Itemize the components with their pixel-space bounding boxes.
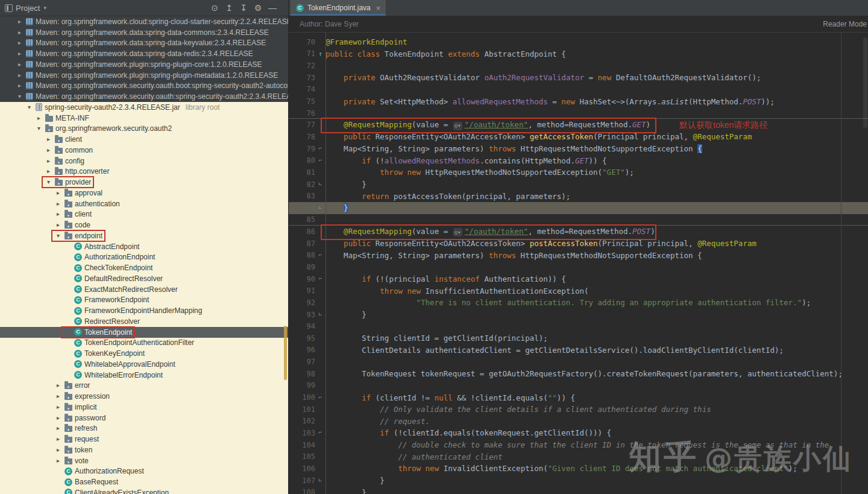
tree-item-common[interactable]: ▸common: [0, 145, 288, 156]
locate-file-icon[interactable]: ⊙: [207, 3, 222, 13]
tree-item-approval[interactable]: ▸approval: [0, 188, 288, 198]
fold-end-icon[interactable]: ∟: [315, 478, 326, 483]
code-line-82[interactable]: 82∟ }: [289, 179, 868, 191]
code-line-75[interactable]: 75 private Set<HttpMethod> allowedReques…: [289, 95, 868, 107]
tree-item-authentication[interactable]: ▸authentication: [0, 198, 288, 209]
chevron-right-icon[interactable]: ▸: [16, 19, 24, 25]
collapsed-javadoc-author[interactable]: Author: Dave Syer: [300, 20, 359, 28]
tree-item-org-springframework-security-oauth2[interactable]: ▾org.springframework.security.oauth2: [0, 124, 288, 135]
chevron-right-icon[interactable]: ▸: [45, 168, 52, 174]
code-line-107[interactable]: 107∟ }: [289, 475, 868, 487]
code-line-80[interactable]: 80⌐ if (!allowedRequestMethods.contains(…: [289, 154, 868, 166]
chevron-down-icon[interactable]: ▾: [35, 125, 43, 131]
tree-item-client[interactable]: ▸client: [0, 134, 288, 145]
chevron-right-icon[interactable]: ▸: [45, 158, 52, 164]
code-line-77[interactable]: 77 @RequestMapping(value = ◎▾"/oauth/tok…: [289, 119, 868, 131]
code-line-79[interactable]: 79⌐ Map<String, String> parameters) thro…: [289, 143, 868, 155]
close-icon[interactable]: ×: [376, 4, 381, 12]
chevron-down-icon[interactable]: ▾: [43, 5, 46, 11]
expand-all-icon[interactable]: ↥: [222, 3, 236, 13]
tree-item-spring-security-oauth2-2-3-4-release-jar[interactable]: ▾spring-security-oauth2-2.3.4.RELEASE.ja…: [0, 102, 288, 113]
code-line-72[interactable]: 72: [289, 60, 868, 72]
tree-item-authorizationendpoint[interactable]: CAuthorizationEndpoint: [0, 252, 288, 263]
collapse-all-icon[interactable]: ↧: [236, 3, 251, 13]
tree-item-whitelabelerrorendpoint[interactable]: CWhitelabelErrorEndpoint: [0, 370, 288, 381]
tree-item-frameworkendpoint[interactable]: CFrameworkEndpoint: [0, 295, 288, 306]
code-line-105[interactable]: 105 // authenticated client: [289, 451, 868, 463]
fold-start-icon[interactable]: ⌐: [315, 395, 326, 401]
tree-item-config[interactable]: ▸config: [0, 156, 288, 166]
code-line-76[interactable]: 76: [289, 107, 868, 119]
tree-item-request[interactable]: ▸request: [0, 434, 288, 445]
chevron-right-icon[interactable]: ▸: [54, 382, 62, 388]
tree-item-maven-org-springframework-data-spring-data-redis-2-3-4-release[interactable]: ▸Maven: org.springframework.data:spring-…: [0, 48, 288, 59]
code-line-73[interactable]: 73 private OAuth2RequestValidator oAuth2…: [289, 72, 868, 84]
tree-item-maven-org-springframework-data-spring-data-commons-2-3-4-release[interactable]: ▸Maven: org.springframework.data:spring-…: [0, 27, 288, 38]
code-line-103[interactable]: 103⌐ if (!clientId.equals(tokenRequest.g…: [289, 427, 868, 439]
fold-start-icon[interactable]: ⌐: [315, 276, 326, 282]
chevron-right-icon[interactable]: ▸: [54, 458, 62, 464]
tree-item-clientalreadyexistsexception[interactable]: CClientAlreadyExistsException: [0, 487, 288, 494]
tree-item-refresh[interactable]: ▸refresh: [0, 423, 288, 434]
tree-item-code[interactable]: ▸code: [0, 220, 288, 230]
tree-item-provider[interactable]: ▾provider: [0, 177, 288, 188]
tree-item-password[interactable]: ▸password: [0, 413, 288, 423]
fold-end-icon[interactable]: ∟: [315, 205, 326, 211]
fold-start-icon[interactable]: ⌐: [315, 158, 326, 163]
tree-item-error[interactable]: ▸error: [0, 381, 288, 391]
fold-end-icon[interactable]: ∟: [315, 182, 326, 187]
tree-item-maven-org-springframework-plugin-spring-plugin-core-1-2-0-release[interactable]: ▸Maven: org.springframework.plugin:sprin…: [0, 59, 288, 70]
fold-start-icon[interactable]: ⌐: [315, 430, 326, 435]
tree-item-tokenkeyendpoint[interactable]: CTokenKeyEndpoint: [0, 348, 288, 359]
chevron-right-icon[interactable]: ▸: [54, 415, 62, 421]
chevron-right-icon[interactable]: ▸: [54, 211, 62, 217]
tree-item-token[interactable]: ▸token: [0, 445, 288, 455]
settings-gear-icon[interactable]: ⚙: [251, 3, 265, 13]
tree-item-meta-inf[interactable]: ▸META-INF: [0, 113, 288, 124]
tree-item-maven-org-springframework-data-spring-data-keyvalue-2-3-4-release[interactable]: ▸Maven: org.springframework.data:spring-…: [0, 38, 288, 49]
code-line-108[interactable]: 108 }: [289, 486, 868, 494]
code-line-81[interactable]: 81 throw new HttpRequestMethodNotSupport…: [289, 166, 868, 179]
code-line-87[interactable]: 87 public ResponseEntity<OAuth2AccessTok…: [289, 238, 868, 250]
tree-item-checktokenendpoint[interactable]: CCheckTokenEndpoint: [0, 262, 288, 273]
fold-end-icon[interactable]: ∟: [315, 312, 326, 317]
tab-tokenendpoint-java[interactable]: C TokenEndpoint.java ×: [291, 0, 386, 16]
tree-item-frameworkendpointhandlermapping[interactable]: CFrameworkEndpointHandlerMapping: [0, 305, 288, 316]
tree-item-tokenendpointauthenticationfilter[interactable]: CTokenEndpointAuthenticationFilter: [0, 338, 288, 349]
chevron-right-icon[interactable]: ▸: [54, 201, 62, 207]
chevron-right-icon[interactable]: ▸: [16, 30, 24, 36]
chevron-right-icon[interactable]: ▸: [45, 147, 52, 153]
chevron-right-icon[interactable]: ▸: [54, 222, 62, 228]
code-line-99[interactable]: 99: [289, 380, 868, 392]
chevron-right-icon[interactable]: ▸: [16, 72, 24, 78]
code-line-74[interactable]: 74: [289, 84, 868, 96]
chevron-right-icon[interactable]: ▸: [16, 62, 24, 68]
chevron-right-icon[interactable]: ▸: [54, 404, 62, 410]
chevron-down-icon[interactable]: ▾: [16, 93, 24, 100]
code-line-96[interactable]: 96 ClientDetails authenticatedClient = g…: [289, 344, 868, 356]
code-line-94[interactable]: 94: [289, 320, 868, 332]
code-line-92[interactable]: 92 "There is no client authentication. T…: [289, 297, 868, 309]
url-inlay-icon[interactable]: ◎▾: [453, 228, 462, 236]
tree-item-maven-org-springframework-security-oauth-boot-spring-security-oauth2-autoconfig[interactable]: ▸Maven: org.springframework.security.oau…: [0, 81, 288, 92]
tree-item-implicit[interactable]: ▸implicit: [0, 402, 288, 413]
chevron-down-icon[interactable]: ▾: [25, 104, 33, 110]
code-line-95[interactable]: 95 String clientId = getClientId(princip…: [289, 332, 868, 344]
code-line-89[interactable]: 89: [289, 261, 868, 273]
tree-item-exactmatchredirectresolver[interactable]: CExactMatchRedirectResolver: [0, 284, 288, 295]
tree-item-http-converter[interactable]: ▸http.converter: [0, 166, 288, 177]
tree-item-client[interactable]: ▸client: [0, 209, 288, 220]
chevron-right-icon[interactable]: ▸: [54, 190, 62, 196]
fold-start-icon[interactable]: ⌐: [315, 146, 326, 151]
code-line-84[interactable]: 84∟ }: [289, 202, 868, 214]
tree-item-expression[interactable]: ▸expression: [0, 391, 288, 402]
code-line-70[interactable]: 70@FrameworkEndpoint: [289, 36, 868, 48]
chevron-right-icon[interactable]: ▸: [54, 447, 62, 453]
project-view-dropdown[interactable]: Project: [16, 4, 40, 13]
chevron-down-icon[interactable]: ▾: [54, 233, 62, 239]
chevron-right-icon[interactable]: ▸: [16, 83, 24, 89]
chevron-right-icon[interactable]: ▸: [45, 136, 52, 142]
chevron-right-icon[interactable]: ▸: [35, 115, 43, 121]
tree-item-abstractendpoint[interactable]: CAbstractEndpoint: [0, 241, 288, 252]
code-line-106[interactable]: 106 throw new InvalidClientException("Gi…: [289, 463, 868, 475]
